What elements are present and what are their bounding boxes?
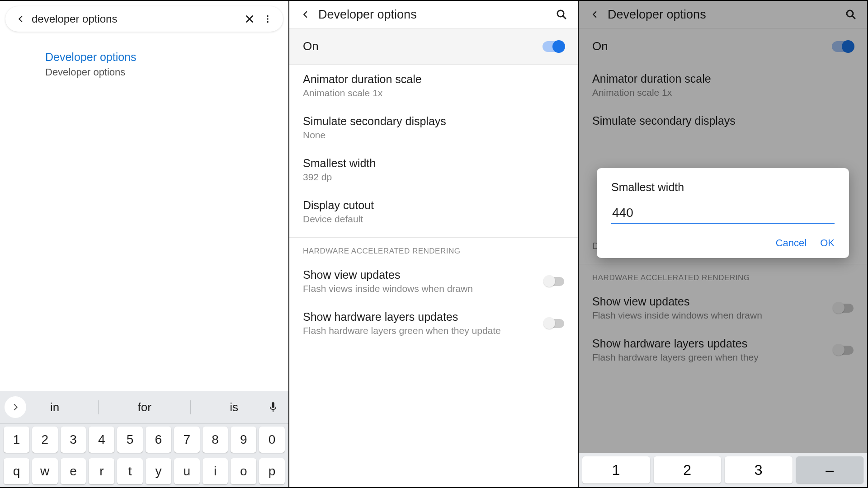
key[interactable]: 2 bbox=[654, 456, 722, 483]
key[interactable]: r bbox=[89, 458, 114, 484]
key[interactable]: w bbox=[32, 458, 58, 484]
cancel-button[interactable]: Cancel bbox=[776, 237, 807, 249]
toggle-off[interactable] bbox=[544, 277, 564, 286]
dialog-title: Smallest width bbox=[611, 181, 835, 194]
key[interactable]: u bbox=[174, 458, 200, 484]
key[interactable]: 9 bbox=[231, 427, 256, 453]
key[interactable]: 7 bbox=[174, 427, 200, 453]
key[interactable]: 6 bbox=[146, 427, 171, 453]
setting-animator[interactable]: Animator duration scale Animation scale … bbox=[289, 65, 578, 107]
setting-title: Simulate secondary displays bbox=[303, 115, 564, 128]
header: Developer options bbox=[289, 1, 578, 28]
dialog-smallest-width: Smallest width Cancel OK bbox=[597, 168, 849, 258]
search-input[interactable] bbox=[28, 13, 242, 25]
suggestion-row: in for is bbox=[0, 391, 288, 424]
key[interactable]: t bbox=[117, 458, 143, 484]
back-icon[interactable] bbox=[14, 12, 28, 26]
dialog-input[interactable] bbox=[611, 203, 835, 224]
suggestion-word[interactable]: is bbox=[221, 400, 247, 414]
svg-point-1 bbox=[267, 18, 269, 20]
svg-point-0 bbox=[267, 15, 269, 17]
master-toggle-row[interactable]: On bbox=[289, 28, 578, 65]
suggestion-word[interactable]: for bbox=[129, 400, 160, 414]
numeric-keyboard: 1 2 3 – bbox=[579, 453, 867, 487]
keyboard-row-2: q w e r t y u i o p bbox=[0, 455, 288, 487]
key[interactable]: e bbox=[61, 458, 86, 484]
expand-icon[interactable] bbox=[5, 396, 26, 418]
keyboard: in for is 1 2 3 4 5 6 7 8 9 0 q w e bbox=[0, 391, 288, 487]
panel-dialog: Developer options On Animator duration s… bbox=[579, 0, 868, 488]
page-title: Developer options bbox=[313, 8, 554, 22]
more-icon[interactable] bbox=[260, 12, 275, 26]
setting-title: Animator duration scale bbox=[303, 73, 564, 86]
back-icon[interactable] bbox=[298, 7, 313, 22]
setting-sub: Animation scale 1x bbox=[303, 88, 564, 99]
setting-show-view-updates[interactable]: Show view updates Flash views inside win… bbox=[289, 260, 578, 302]
search-result-title: Developer options bbox=[45, 51, 288, 64]
setting-title: Show view updates bbox=[303, 268, 535, 282]
suggestion-word[interactable]: in bbox=[41, 400, 68, 414]
mic-icon[interactable] bbox=[262, 396, 284, 418]
key[interactable]: 5 bbox=[117, 427, 143, 453]
key[interactable]: 8 bbox=[203, 427, 228, 453]
panel-search: Developer options Developer options in f… bbox=[0, 0, 289, 488]
setting-sub: 392 dp bbox=[303, 172, 564, 183]
setting-show-hw-layers[interactable]: Show hardware layers updates Flash hardw… bbox=[289, 302, 578, 344]
search-result-sub: Developer options bbox=[45, 66, 288, 78]
setting-title: Show hardware layers updates bbox=[303, 310, 535, 324]
setting-sub: Flash views inside windows when drawn bbox=[303, 283, 535, 294]
svg-rect-3 bbox=[272, 402, 274, 408]
setting-sub: None bbox=[303, 130, 564, 141]
toggle-label: On bbox=[303, 39, 319, 53]
key[interactable]: 0 bbox=[259, 427, 285, 453]
key[interactable]: 1 bbox=[4, 427, 29, 453]
setting-sub: Device default bbox=[303, 214, 564, 225]
key[interactable]: q bbox=[4, 458, 29, 484]
key-minus[interactable]: – bbox=[796, 456, 864, 483]
svg-point-2 bbox=[267, 21, 269, 23]
key[interactable]: p bbox=[259, 458, 285, 484]
setting-sub: Flash hardware layers green when they up… bbox=[303, 325, 535, 336]
key[interactable]: 3 bbox=[725, 456, 793, 483]
setting-title: Display cutout bbox=[303, 199, 564, 212]
section-header: HARDWARE ACCELERATED RENDERING bbox=[289, 237, 578, 260]
setting-smallest-width[interactable]: Smallest width 392 dp bbox=[289, 149, 578, 191]
setting-display-cutout[interactable]: Display cutout Device default bbox=[289, 191, 578, 233]
search-result[interactable]: Developer options Developer options bbox=[0, 37, 288, 78]
key[interactable]: 1 bbox=[582, 456, 650, 483]
setting-simulate-displays[interactable]: Simulate secondary displays None bbox=[289, 107, 578, 149]
clear-icon[interactable] bbox=[242, 12, 257, 26]
key[interactable]: 3 bbox=[61, 427, 86, 453]
search-icon[interactable] bbox=[554, 7, 569, 22]
key[interactable]: 4 bbox=[89, 427, 114, 453]
key[interactable]: 2 bbox=[32, 427, 58, 453]
toggle-on[interactable] bbox=[542, 41, 564, 52]
key[interactable]: y bbox=[146, 458, 171, 484]
panel-devoptions: Developer options On Animator duration s… bbox=[289, 0, 579, 488]
keyboard-row-1: 1 2 3 4 5 6 7 8 9 0 bbox=[0, 424, 288, 455]
key[interactable]: o bbox=[231, 458, 256, 484]
key[interactable]: i bbox=[203, 458, 228, 484]
search-bar bbox=[5, 6, 283, 32]
ok-button[interactable]: OK bbox=[820, 237, 835, 249]
toggle-off[interactable] bbox=[544, 319, 564, 328]
setting-title: Smallest width bbox=[303, 157, 564, 170]
